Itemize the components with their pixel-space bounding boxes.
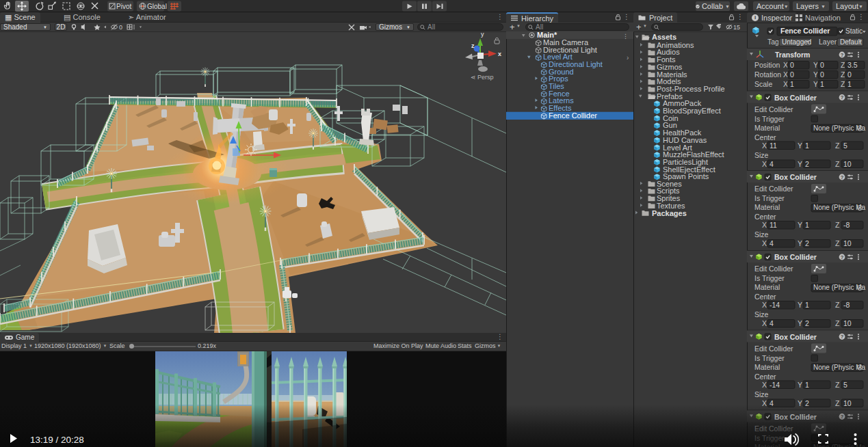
svg-text:Size: Size xyxy=(754,230,769,239)
svg-text:X: X xyxy=(762,239,767,247)
svg-text:Size: Size xyxy=(754,390,769,398)
svg-text:2: 2 xyxy=(805,319,809,327)
svg-text:Z: Z xyxy=(835,239,840,247)
svg-text:X: X xyxy=(783,80,788,88)
svg-text:None (Physic Ma: None (Physic Ma xyxy=(813,284,866,291)
svg-text:X: X xyxy=(762,160,767,168)
svg-text:Z: Z xyxy=(835,399,840,407)
svg-text:0: 0 xyxy=(820,70,824,79)
svg-text:X: X xyxy=(762,399,767,407)
svg-text:Size: Size xyxy=(754,151,769,159)
svg-text:5: 5 xyxy=(843,141,847,150)
svg-text:Y: Y xyxy=(798,319,802,327)
svg-text:-14: -14 xyxy=(770,301,780,309)
svg-text:Layer: Layer xyxy=(819,38,837,46)
svg-text:⋖ Persp: ⋖ Persp xyxy=(471,74,494,81)
svg-text:Is Trigger: Is Trigger xyxy=(754,354,785,362)
svg-text:X: X xyxy=(762,381,767,389)
svg-text:X: X xyxy=(783,70,788,79)
svg-text:-8: -8 xyxy=(843,301,850,309)
svg-text:-14: -14 xyxy=(770,381,780,389)
svg-text:Assets: Assets xyxy=(652,33,676,41)
svg-text:Y: Y xyxy=(798,399,802,407)
svg-text:0: 0 xyxy=(820,61,824,69)
svg-text:1: 1 xyxy=(805,221,809,229)
svg-text:2: 2 xyxy=(805,160,809,168)
svg-text:1: 1 xyxy=(805,381,809,389)
svg-text:Z: Z xyxy=(835,160,840,168)
svg-text:Edit Collider: Edit Collider xyxy=(754,105,793,113)
svg-text:x: x xyxy=(498,51,501,57)
svg-text:Edit Collider: Edit Collider xyxy=(754,265,793,273)
svg-text:1: 1 xyxy=(847,80,852,88)
svg-text:Transform: Transform xyxy=(775,51,810,59)
svg-text:Z: Z xyxy=(835,141,840,150)
svg-text:15: 15 xyxy=(733,24,740,31)
svg-text:1: 1 xyxy=(790,80,794,88)
svg-text:Y: Y xyxy=(798,301,802,309)
svg-text:y: y xyxy=(481,32,484,38)
svg-text:X: X xyxy=(762,319,767,327)
svg-text:0: 0 xyxy=(119,24,122,31)
svg-text:Tag: Tag xyxy=(767,38,779,46)
svg-text:Packages: Packages xyxy=(652,209,687,217)
svg-text:4: 4 xyxy=(770,399,774,407)
svg-text:Size: Size xyxy=(754,310,769,319)
svg-text:Center: Center xyxy=(754,213,776,221)
svg-text:1: 1 xyxy=(805,141,809,150)
svg-text:0: 0 xyxy=(790,70,794,79)
svg-text:2: 2 xyxy=(805,239,809,247)
svg-text:1: 1 xyxy=(805,301,809,309)
svg-text:0: 0 xyxy=(790,61,794,69)
svg-text:Box Collider: Box Collider xyxy=(774,173,817,181)
svg-text:Box Collider: Box Collider xyxy=(774,333,817,341)
svg-text:Y: Y xyxy=(798,381,802,389)
svg-text:Position: Position xyxy=(754,61,780,69)
svg-text:Z: Z xyxy=(835,381,840,389)
svg-text:3.5: 3.5 xyxy=(847,61,858,69)
svg-text:Is Trigger: Is Trigger xyxy=(754,115,785,123)
svg-text:5: 5 xyxy=(843,381,847,389)
svg-text:-8: -8 xyxy=(843,221,850,229)
svg-text:Z: Z xyxy=(841,70,845,79)
svg-text:Default: Default xyxy=(840,38,862,46)
svg-text:Center: Center xyxy=(754,133,776,141)
svg-text:Material: Material xyxy=(754,363,780,371)
svg-text:Is Trigger: Is Trigger xyxy=(754,194,785,202)
svg-text:11: 11 xyxy=(770,141,777,150)
svg-text:Y: Y xyxy=(798,141,802,150)
svg-text:Static: Static xyxy=(845,27,863,35)
svg-text:Box Collider: Box Collider xyxy=(774,94,817,102)
svg-text:Z: Z xyxy=(835,301,840,309)
svg-text:Material: Material xyxy=(754,203,780,211)
svg-text:Material: Material xyxy=(754,283,780,291)
svg-text:Material: Material xyxy=(754,124,780,132)
svg-text:Box Collider: Box Collider xyxy=(774,253,817,261)
svg-text:Spawn Points: Spawn Points xyxy=(663,172,709,180)
svg-text:10: 10 xyxy=(843,399,852,407)
svg-text:Z: Z xyxy=(841,61,845,69)
svg-text:Y: Y xyxy=(798,160,802,168)
svg-text:Fence Collider: Fence Collider xyxy=(549,111,597,120)
svg-text:Edit Collider: Edit Collider xyxy=(754,185,793,193)
svg-text:Y: Y xyxy=(813,80,818,88)
svg-text:Untagged: Untagged xyxy=(782,38,811,46)
svg-text:None (Physic Ma: None (Physic Ma xyxy=(813,364,866,371)
svg-text:Z: Z xyxy=(835,221,840,229)
svg-text:Center: Center xyxy=(754,293,776,301)
svg-text:Y: Y xyxy=(798,221,802,229)
svg-text:4: 4 xyxy=(770,239,774,247)
svg-text:Scale: Scale xyxy=(754,80,772,88)
svg-text:z: z xyxy=(471,42,475,49)
svg-text:X: X xyxy=(783,61,788,69)
svg-text:13:19 / 20:28: 13:19 / 20:28 xyxy=(30,435,84,445)
svg-text:⋮: ⋮ xyxy=(622,33,629,40)
svg-text:Y: Y xyxy=(813,61,818,69)
svg-text:Z: Z xyxy=(841,80,845,88)
svg-text:Y: Y xyxy=(813,70,818,79)
svg-text:11: 11 xyxy=(770,221,777,229)
svg-text:Rotation: Rotation xyxy=(754,70,781,79)
svg-text:Box Collider: Box Collider xyxy=(774,413,817,421)
svg-text:Fence Collider: Fence Collider xyxy=(780,27,830,35)
svg-text:Global: Global xyxy=(147,3,167,10)
